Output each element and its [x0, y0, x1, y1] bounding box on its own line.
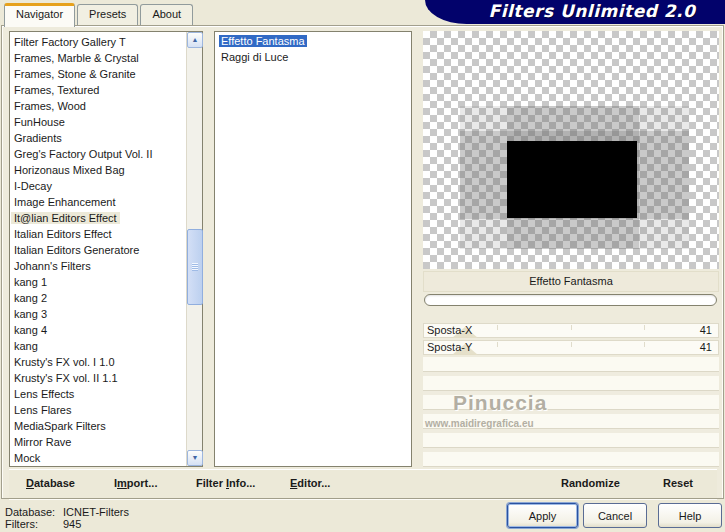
tab-label: About [152, 8, 181, 20]
tab[interactable]: Navigator [4, 3, 75, 27]
category-list: Filter Factory Gallery T Frames, Marble … [9, 31, 203, 467]
preview-canvas [423, 31, 719, 269]
scroll-down-icon[interactable]: ▼ [187, 450, 203, 466]
slider-group: Sposta-X 41 Sposta-Y 41 [423, 323, 719, 357]
category-item[interactable]: I-Decay [11, 178, 185, 194]
category-items: Filter Factory Gallery T Frames, Marble … [11, 34, 185, 465]
category-item[interactable]: kang 3 [11, 306, 185, 322]
cancel-button[interactable]: Cancel [583, 503, 647, 528]
title-banner: Filters Unlimited 2.0 [425, 0, 725, 24]
tab-bar: Navigator Presets About [4, 3, 195, 25]
window-title: Filters Unlimited 2.0 [425, 0, 725, 22]
category-item[interactable]: kang 4 [11, 322, 185, 338]
slider-value: 41 [700, 341, 712, 354]
category-item[interactable]: MediaSpark Filters [11, 418, 185, 434]
slider[interactable]: Sposta-X 41 [423, 323, 719, 338]
watermark-url: www.maidiregrafica.eu [425, 418, 534, 429]
preview-column: Effetto Fantasma Sposta-X 41 Sposta-Y 41… [423, 31, 719, 493]
slider[interactable]: Sposta-Y 41 [423, 340, 719, 355]
category-item[interactable]: Johann's Filters [11, 258, 185, 274]
category-item[interactable]: kang [11, 338, 185, 354]
category-item[interactable]: FunHouse [11, 114, 185, 130]
category-item[interactable]: Horizonaus Mixed Bag [11, 162, 185, 178]
help-button[interactable]: Help [658, 503, 722, 528]
filter-info-button[interactable]: Filter Info... [196, 477, 255, 489]
apply-button[interactable]: Apply [507, 503, 578, 528]
category-item[interactable]: Frames, Marble & Crystal [11, 50, 185, 66]
filter-list: Effetto Fantasma Raggi di Luce [214, 31, 412, 467]
navigator-panel: Filter Factory Gallery T Frames, Marble … [1, 25, 724, 499]
slider-value: 41 [700, 324, 712, 337]
status-filters-value: 945 [63, 518, 81, 530]
category-item[interactable]: Filter Factory Gallery T [11, 34, 185, 50]
category-scrollbar[interactable]: ▲ ▼ [186, 32, 202, 466]
category-item[interactable]: Krusty's FX vol. II 1.1 [11, 370, 185, 386]
status-database-row: Database: ICNET-Filters [5, 506, 129, 518]
tab-label: Navigator [16, 8, 63, 20]
category-item[interactable]: kang 2 [11, 290, 185, 306]
category-item[interactable]: Mirror Rave [11, 434, 185, 450]
slider-label: Sposta-X [427, 324, 472, 337]
category-item[interactable]: Krusty's FX vol. I 1.0 [11, 354, 185, 370]
category-item[interactable]: kang 1 [11, 274, 185, 290]
status-filters-label: Filters: [5, 518, 63, 530]
scrollbar-thumb[interactable] [187, 229, 203, 305]
import-button[interactable]: Import... [114, 477, 157, 489]
category-item[interactable]: Frames, Stone & Granite [11, 66, 185, 82]
category-item[interactable]: Image Enhancement [11, 194, 185, 210]
category-item[interactable]: Lens Flares [11, 402, 185, 418]
progress-bar [424, 294, 717, 306]
status-area: Database: ICNET-Filters Filters: 945 [5, 506, 129, 530]
randomize-button[interactable]: Randomize [561, 477, 620, 489]
scroll-up-icon[interactable]: ▲ [187, 32, 203, 48]
category-item[interactable]: It@lian Editors Effect [11, 210, 185, 226]
preview-black-rectangle [507, 141, 637, 218]
tab[interactable]: About [140, 4, 193, 25]
slider-label: Sposta-Y [427, 341, 472, 354]
bottom-toolbar: Database Import... Filter Info... Editor… [9, 469, 717, 499]
category-item[interactable]: Italian Editors Effect [11, 226, 185, 242]
filter-item[interactable]: Effetto Fantasma [215, 34, 411, 50]
filter-item[interactable]: Raggi di Luce [215, 50, 411, 66]
category-item[interactable]: Frames, Wood [11, 98, 185, 114]
category-item[interactable]: Frames, Textured [11, 82, 185, 98]
category-item[interactable]: Italian Editors Generatore [11, 242, 185, 258]
category-item[interactable]: Greg's Factory Output Vol. II [11, 146, 185, 162]
status-filters-row: Filters: 945 [5, 518, 129, 530]
editor-button[interactable]: Editor... [290, 477, 330, 489]
filter-title: Effetto Fantasma [529, 275, 613, 287]
category-item[interactable]: Gradients [11, 130, 185, 146]
tab-label: Presets [89, 8, 126, 20]
reset-button[interactable]: Reset [663, 477, 693, 489]
category-item[interactable]: Lens Effects [11, 386, 185, 402]
database-button[interactable]: Database [26, 477, 75, 489]
status-database-label: Database: [5, 506, 63, 518]
filters-unlimited-window: Filters Unlimited 2.0 Navigator Presets … [0, 0, 725, 532]
watermark-name: Pinuccia [453, 391, 547, 415]
category-item[interactable]: Mock [11, 450, 185, 465]
status-database-value: ICNET-Filters [63, 506, 129, 518]
filter-title-bar: Effetto Fantasma [423, 271, 719, 292]
tab[interactable]: Presets [77, 4, 138, 25]
